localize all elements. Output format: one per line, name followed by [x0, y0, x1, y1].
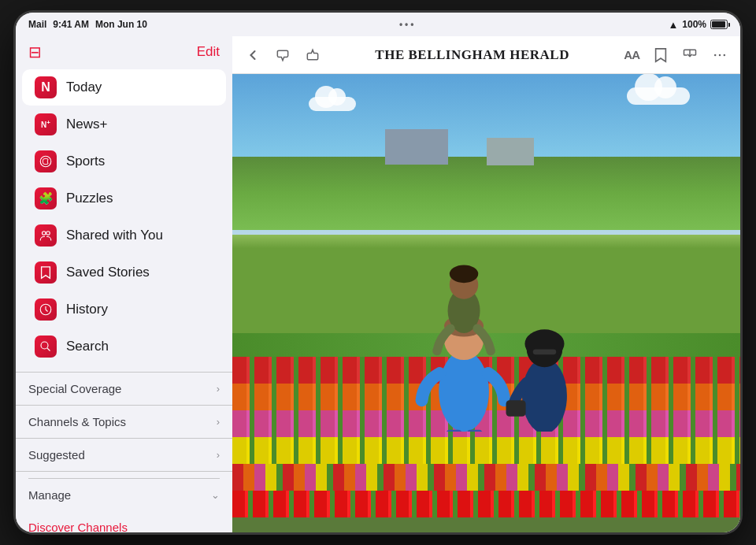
sidebar-item-history[interactable]: History — [22, 291, 226, 328]
special-coverage-item[interactable]: Special Coverage › — [16, 372, 232, 405]
tulip-row-yellow — [232, 437, 740, 467]
channels-topics-item[interactable]: Channels & Topics › — [16, 405, 232, 438]
font-size-label: AA — [624, 48, 639, 61]
today-label: Today — [66, 80, 102, 95]
article-image — [232, 74, 740, 532]
status-date: Mon Jun 10 — [95, 19, 147, 30]
search-icon — [35, 336, 57, 358]
more-button[interactable] — [712, 47, 728, 63]
svg-point-8 — [439, 351, 489, 432]
sports-label: Sports — [66, 154, 105, 169]
people-svg — [334, 180, 639, 432]
svg-rect-11 — [446, 430, 461, 432]
app-name: Mail — [28, 19, 46, 30]
tulip-row-ground — [232, 517, 740, 532]
shared-label: Shared with You — [66, 228, 163, 243]
svg-point-4 — [41, 342, 48, 349]
svg-point-16 — [522, 358, 567, 432]
saved-label: Saved Stories — [66, 265, 150, 280]
sidebar-item-saved[interactable]: Saved Stories — [22, 254, 226, 291]
svg-point-6 — [719, 54, 721, 56]
status-bar-right: ▲ 100% — [668, 19, 728, 31]
toolbar-left — [245, 47, 321, 63]
main-content: ⊟ Edit N Today N+ News+ — [16, 36, 740, 532]
manage-chevron-icon: ⌄ — [211, 489, 220, 501]
svg-rect-19 — [533, 349, 557, 354]
sidebar: ⊟ Edit N Today N+ News+ — [16, 36, 232, 532]
special-coverage-chevron: › — [217, 383, 220, 395]
tulip-row-mixed — [232, 464, 740, 494]
like-button[interactable] — [305, 47, 321, 63]
history-label: History — [66, 302, 108, 317]
suggested-label: Suggested — [28, 448, 85, 462]
edit-button[interactable]: Edit — [197, 44, 220, 60]
special-coverage-label: Special Coverage — [28, 382, 121, 395]
cloud-1 — [309, 97, 356, 111]
manage-header[interactable]: Manage ⌄ — [28, 478, 220, 511]
saved-icon — [35, 261, 57, 284]
puzzles-label: Puzzles — [66, 191, 113, 206]
share-button[interactable] — [682, 47, 698, 63]
sidebar-item-puzzles[interactable]: 🧩 Puzzles — [22, 180, 226, 217]
wifi-icon: ▲ — [668, 19, 678, 31]
suggested-item[interactable]: Suggested › — [16, 438, 232, 472]
sidebar-item-today[interactable]: N Today — [22, 69, 226, 106]
svg-rect-12 — [466, 430, 482, 432]
ipad-frame: Mail 9:41 AM Mon Jun 10 ••• ▲ 100% ⊟ Edi… — [16, 13, 740, 532]
svg-point-7 — [724, 54, 726, 56]
manage-label: Manage — [28, 488, 71, 502]
manage-section: Manage ⌄ Discover Channels Notifications… — [16, 478, 232, 532]
toolbar-right: AA — [624, 47, 728, 63]
sports-icon — [35, 150, 57, 172]
folder-icon[interactable]: ⊟ — [28, 43, 42, 61]
puzzles-icon: 🧩 — [35, 187, 57, 209]
newsplus-label: News+ — [66, 117, 107, 132]
back-button[interactable] — [245, 47, 261, 63]
status-bar-left: Mail 9:41 AM Mon Jun 10 — [28, 19, 147, 30]
sidebar-header: ⊟ Edit — [16, 36, 232, 69]
sidebar-item-sports[interactable]: Sports — [22, 143, 226, 180]
discover-channels-link[interactable]: Discover Channels — [28, 514, 220, 532]
battery-icon — [710, 20, 728, 29]
sidebar-sections: Special Coverage › Channels & Topics › S… — [16, 372, 232, 472]
battery-percent: 100% — [682, 19, 706, 30]
article-toolbar: The Bellingham Herald AA — [232, 36, 740, 74]
svg-point-0 — [40, 156, 51, 167]
manage-links: Discover Channels Notifications & Email … — [28, 511, 220, 532]
status-bar-center: ••• — [399, 19, 417, 30]
svg-point-1 — [43, 232, 46, 235]
today-icon: N — [35, 76, 57, 98]
status-bar: Mail 9:41 AM Mon Jun 10 ••• ▲ 100% — [16, 13, 740, 36]
building-1 — [385, 129, 448, 165]
cloud-2 — [627, 87, 690, 105]
sidebar-item-search[interactable]: Search — [22, 328, 226, 365]
svg-point-5 — [714, 54, 717, 56]
scene — [232, 74, 740, 532]
svg-point-2 — [46, 232, 50, 235]
people-group — [334, 180, 639, 432]
newsplus-icon: N+ — [35, 113, 57, 135]
sidebar-item-newsplus[interactable]: N+ News+ — [22, 106, 226, 143]
channels-topics-chevron: › — [217, 416, 220, 428]
search-label: Search — [66, 339, 109, 354]
channels-topics-label: Channels & Topics — [28, 415, 126, 428]
font-size-button[interactable]: AA — [624, 48, 639, 61]
tulip-row-red2 — [232, 491, 740, 521]
building-2 — [487, 138, 534, 165]
history-icon — [35, 298, 57, 321]
newspaper-title: The Bellingham Herald — [321, 47, 624, 63]
suggested-chevron: › — [217, 449, 220, 461]
shared-icon — [35, 224, 57, 247]
dislike-button[interactable] — [275, 47, 291, 63]
sidebar-item-shared[interactable]: Shared with You — [22, 217, 226, 254]
svg-point-15 — [450, 265, 478, 283]
status-time: 9:41 AM — [53, 19, 89, 30]
bookmark-button[interactable] — [654, 47, 668, 63]
article-area: The Bellingham Herald AA — [232, 36, 740, 532]
svg-rect-22 — [506, 400, 526, 416]
